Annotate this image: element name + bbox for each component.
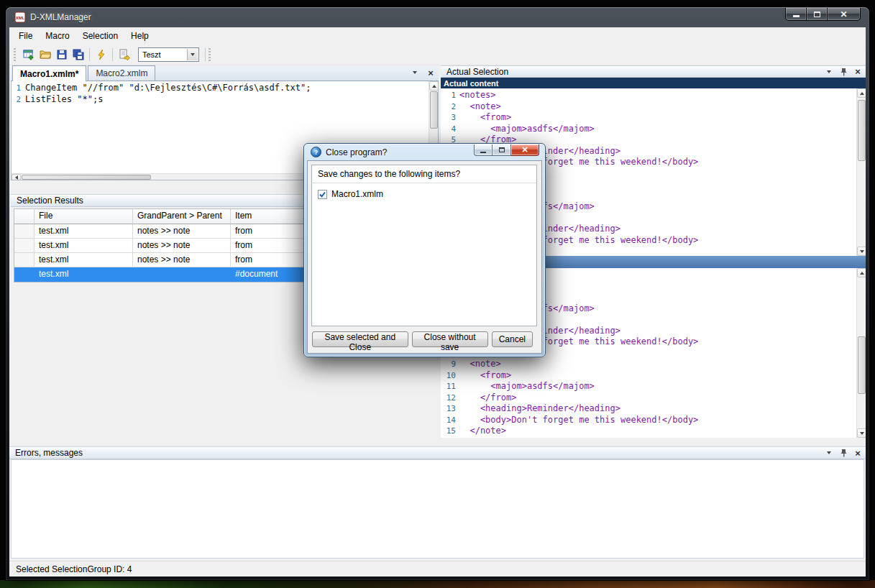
- editor-line: 2ListFiles "*";s: [13, 94, 428, 106]
- viewer-vertical-scrollbar[interactable]: [856, 268, 866, 438]
- new-macro-button[interactable]: [20, 46, 37, 63]
- scroll-up-button[interactable]: [857, 268, 866, 277]
- minimize-button[interactable]: [785, 8, 807, 21]
- chevron-down-icon: [191, 53, 195, 56]
- scroll-down-button[interactable]: [857, 428, 866, 438]
- open-macro-icon: [40, 49, 51, 60]
- close-button[interactable]: ✕: [828, 8, 861, 21]
- errors-panel: Errors, messages ×: [9, 446, 866, 561]
- toolbar-overflow-grip[interactable]: [209, 48, 212, 61]
- pin-button[interactable]: [838, 67, 848, 77]
- file-cell: test.xml: [35, 224, 133, 239]
- scroll-left-button[interactable]: [12, 174, 21, 180]
- minimize-icon: [793, 15, 800, 17]
- scroll-up-button[interactable]: [857, 88, 866, 98]
- dialog-icon: ?: [311, 147, 321, 157]
- open-macro-button[interactable]: [37, 46, 53, 63]
- combobox-dropdown-button[interactable]: [187, 49, 198, 60]
- menu-macro[interactable]: Macro: [39, 29, 75, 43]
- xml-line: 10 <from>: [442, 370, 856, 382]
- run-macro-button[interactable]: [93, 46, 109, 63]
- menu-help[interactable]: Help: [124, 29, 155, 43]
- desktop-wallpaper-strip: [0, 580, 875, 588]
- xml-line: 2 <note>: [442, 101, 856, 113]
- close-icon: ✕: [840, 9, 847, 19]
- dialog-minimize-button[interactable]: [474, 144, 493, 156]
- save-macro-button[interactable]: [53, 46, 70, 63]
- xml-line: 1<notes>: [442, 90, 856, 101]
- export-button[interactable]: [116, 46, 132, 63]
- scroll-thumb[interactable]: [858, 100, 866, 161]
- menu-file[interactable]: File: [12, 29, 39, 43]
- editor-tabstrip: Macro1.xmlm* Macro2.xmlm ×: [11, 65, 439, 81]
- toolbar-separator: [89, 48, 90, 61]
- desktop: XML D-XMLManager ✕ FileMacroSelectionHel…: [0, 0, 875, 588]
- actual-content-bar: Actual content: [441, 78, 866, 88]
- save-item-row[interactable]: Macro1.xmlm: [318, 189, 531, 199]
- window-title: D-XMLManager: [30, 12, 91, 22]
- toolbar-grip[interactable]: [14, 48, 17, 61]
- save-selected-close-button[interactable]: Save selected and Close: [312, 331, 408, 347]
- column-header[interactable]: GrandParent > Parent: [133, 209, 231, 224]
- tab-macro1[interactable]: Macro1.xmlm*: [12, 65, 86, 81]
- minimize-icon: [480, 152, 486, 153]
- scroll-down-button[interactable]: [857, 247, 866, 256]
- row-header-cell: [14, 253, 35, 267]
- viewer-vertical-scrollbar[interactable]: [856, 88, 866, 256]
- dialog-maximize-button[interactable]: [493, 144, 511, 156]
- menu-selection[interactable]: Selection: [76, 29, 124, 43]
- column-header[interactable]: File: [35, 209, 133, 224]
- close-program-dialog: ? Close program? ✕ Save changes to the f…: [303, 143, 546, 357]
- maximize-button[interactable]: [807, 8, 828, 21]
- errors-message-area[interactable]: [11, 459, 864, 559]
- actual-selection-header: Actual Selection ×: [441, 65, 866, 78]
- dialog-window-controls: ✕: [474, 144, 539, 156]
- save-all-icon: [73, 49, 84, 60]
- close-without-save-button[interactable]: Close without save: [412, 331, 488, 347]
- file-cell: test.xml: [35, 239, 133, 253]
- save-item-label: Macro1.xmlm: [331, 189, 383, 199]
- dialog-titlebar[interactable]: ? Close program? ✕: [304, 144, 545, 160]
- save-macro-icon: [56, 49, 68, 60]
- pin-button[interactable]: [838, 448, 848, 458]
- scroll-thumb[interactable]: [22, 175, 151, 180]
- checkbox-checked[interactable]: [318, 190, 327, 199]
- dialog-buttons: Save selected and Close Close without sa…: [312, 331, 533, 347]
- file-cell: test.xml: [35, 267, 133, 282]
- dialog-close-button[interactable]: ✕: [511, 144, 539, 156]
- tab-macro2[interactable]: Macro2.xmlm: [88, 65, 155, 81]
- xml-line: 12 </from>: [442, 392, 856, 404]
- dialog-body: Save changes to the following items? Mac…: [307, 160, 542, 354]
- panel-header-icons: ×: [824, 66, 863, 77]
- maximize-icon: [499, 147, 505, 152]
- parent-cell: notes >> note: [133, 239, 231, 253]
- panel-header-icons: ×: [824, 447, 863, 459]
- tab-list-button[interactable]: [410, 68, 420, 78]
- actual-selection-title: Actual Selection: [446, 67, 508, 77]
- close-panel-button[interactable]: ×: [853, 67, 863, 77]
- menu-bar: FileMacroSelectionHelp: [9, 27, 866, 44]
- errors-panel-title: Errors, messages: [15, 448, 83, 458]
- panel-menu-button[interactable]: [824, 448, 834, 458]
- status-text: Selected SelectionGroup ID: 4: [16, 564, 132, 574]
- xml-line: 11 <majom>asdfs</majom>: [442, 381, 856, 392]
- panel-menu-button[interactable]: [824, 67, 834, 77]
- svg-text:XML: XML: [16, 16, 25, 20]
- xml-line: 14 <body>Don't forget me this weekend!</…: [442, 415, 856, 426]
- cancel-button[interactable]: Cancel: [492, 331, 533, 347]
- chevron-down-icon: [413, 71, 417, 74]
- close-tab-button[interactable]: ×: [426, 68, 436, 78]
- scroll-up-button[interactable]: [429, 81, 439, 91]
- scroll-thumb[interactable]: [430, 91, 438, 129]
- close-panel-button[interactable]: ×: [853, 448, 863, 458]
- macro-select-combobox[interactable]: Teszt: [138, 47, 199, 62]
- xml-line: 3 <from>: [442, 112, 856, 124]
- scroll-thumb[interactable]: [858, 336, 866, 394]
- chevron-down-icon: [827, 70, 831, 73]
- save-all-button[interactable]: [70, 46, 86, 63]
- xml-line: 13 <heading>Reminder</heading>: [442, 403, 856, 415]
- save-items-list[interactable]: Macro1.xmlm: [312, 185, 536, 326]
- chevron-down-icon: [827, 451, 831, 454]
- titlebar[interactable]: XML D-XMLManager ✕: [6, 7, 869, 27]
- row-header-cell: [14, 239, 35, 253]
